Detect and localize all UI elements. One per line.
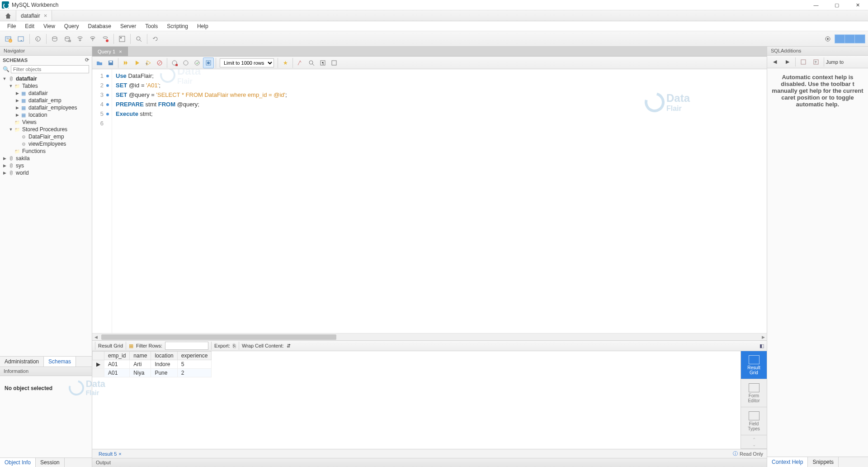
svg-rect-14 (119, 36, 125, 42)
query-tab-1[interactable]: Query 1 × (92, 47, 128, 56)
tables-folder[interactable]: ▼Tables (0, 82, 92, 90)
side-tab-result-grid[interactable]: Result Grid (741, 351, 767, 379)
table-row[interactable]: A01NiyaPune2 (93, 369, 212, 377)
execute-current-button[interactable] (132, 57, 142, 68)
import-button[interactable] (87, 33, 99, 45)
sp-DataFlair_emp[interactable]: DataFlair_emp (0, 133, 92, 140)
tab-object-info[interactable]: Object Info (0, 458, 36, 467)
menu-file[interactable]: File (3, 22, 20, 31)
favorite-button[interactable]: ★ (280, 57, 291, 68)
menu-edit[interactable]: Edit (20, 22, 39, 31)
menu-tools[interactable]: Tools (141, 22, 162, 31)
table-row[interactable]: ▶A01ArtiIndore5 (93, 360, 212, 369)
toggle-autocommit-button[interactable] (203, 57, 214, 68)
side-tab-nav[interactable]: ⌃⌄ (741, 435, 767, 449)
functions-folder[interactable]: Functions (0, 148, 92, 155)
autocommit-button[interactable] (192, 57, 203, 68)
col-emp_id[interactable]: emp_id (104, 352, 130, 360)
result-grid[interactable]: emp_idnamelocationexperience▶A01ArtiIndo… (92, 351, 741, 449)
invisible-chars-button[interactable]: ¶ (317, 57, 328, 68)
sql-editor[interactable]: DataFlair 123456 Use DataFlair;SET @id =… (92, 69, 767, 333)
scroll-right-icon[interactable]: ▶ (760, 335, 767, 339)
row-limit-select[interactable]: Limit to 1000 rows (220, 58, 274, 67)
search-button[interactable] (133, 33, 145, 45)
col-location[interactable]: location (151, 352, 177, 360)
tab-schemas[interactable]: Schemas (44, 357, 76, 367)
menu-server[interactable]: Server (116, 22, 141, 31)
menu-scripting[interactable]: Scripting (162, 22, 193, 31)
home-tab[interactable] (0, 10, 16, 21)
export-icon[interactable]: ⎘ (233, 343, 236, 348)
menu-query[interactable]: Query (60, 22, 84, 31)
maximize-button[interactable]: ▢ (826, 0, 847, 10)
tab-context-help[interactable]: Context Help (767, 457, 808, 467)
minimize-button[interactable]: — (806, 0, 826, 10)
menu-help[interactable]: Help (193, 22, 213, 31)
dashboard-button[interactable] (116, 33, 128, 45)
execute-button[interactable] (120, 57, 131, 68)
table-dataflair_employees[interactable]: ▶dataflair_employees (0, 104, 92, 111)
manual-help-button[interactable]: ? (810, 56, 822, 68)
table-dataflair[interactable]: ▶dataflair (0, 90, 92, 97)
editor-scrollbar[interactable]: ◀ ▶ (92, 333, 767, 340)
close-button[interactable]: ✕ (847, 0, 868, 10)
navigator-header: Navigator (0, 47, 92, 56)
close-tab-icon[interactable]: × (44, 12, 47, 19)
inspector-button[interactable]: i (32, 33, 44, 45)
scroll-thumb[interactable] (101, 334, 336, 340)
table-dataflair_emp[interactable]: ▶dataflair_emp (0, 97, 92, 104)
export-button[interactable] (74, 33, 86, 45)
result-tab-5[interactable]: Result 5× (96, 450, 124, 457)
wrap-button[interactable] (329, 57, 340, 68)
new-sql-tab-button[interactable]: SQL+ (3, 33, 14, 45)
rollback-button[interactable] (180, 57, 191, 68)
menu-database[interactable]: Database (84, 22, 116, 31)
stop-button[interactable] (154, 57, 165, 68)
menu-view[interactable]: View (39, 22, 60, 31)
schema-sakila[interactable]: ▶sakila (0, 155, 92, 162)
filter-rows-input[interactable] (165, 342, 208, 350)
tab-administration[interactable]: Administration (0, 357, 44, 367)
beautify-button[interactable] (295, 57, 306, 68)
sp-viewEmployees[interactable]: viewEmployees (0, 140, 92, 148)
open-file-button[interactable] (94, 57, 105, 68)
explain-button[interactable]: ? (143, 57, 154, 68)
schema-dataflair[interactable]: ▼dataflair (0, 75, 92, 82)
views-folder[interactable]: Views (0, 119, 92, 126)
filter-input[interactable] (11, 65, 89, 73)
scroll-left-icon[interactable]: ◀ (92, 335, 99, 339)
close-result-icon[interactable]: × (118, 451, 121, 457)
side-tab-field-types[interactable]: Field Types (741, 407, 767, 435)
users-button[interactable] (49, 33, 61, 45)
server-button[interactable] (99, 33, 111, 45)
table-location[interactable]: ▶location (0, 111, 92, 119)
status-button[interactable] (61, 33, 73, 45)
col-experience[interactable]: experience (177, 352, 212, 360)
stored-procedures-folder[interactable]: ▼Stored Procedures (0, 126, 92, 133)
tab-snippets[interactable]: Snippets (808, 457, 839, 467)
nav-back-button[interactable]: ◀ (769, 56, 781, 68)
open-sql-file-button[interactable] (15, 33, 27, 45)
auto-help-button[interactable] (797, 56, 809, 68)
tab-session[interactable]: Session (36, 458, 65, 467)
settings-button[interactable] (822, 33, 834, 45)
schema-tree[interactable]: ▼dataflair▼Tables▶dataflair▶dataflair_em… (0, 74, 92, 356)
reconnect-button[interactable] (150, 33, 161, 45)
connection-tab-dataflair[interactable]: dataflair × (16, 10, 52, 21)
panel-collapse-icon[interactable]: ◧ (760, 343, 764, 349)
panel-toggle[interactable] (835, 34, 865, 43)
commit-button[interactable] (169, 57, 180, 68)
col-name[interactable]: name (130, 352, 151, 360)
schema-world[interactable]: ▶world (0, 169, 92, 176)
schema-sys[interactable]: ▶sys (0, 162, 92, 169)
save-button[interactable] (105, 57, 116, 68)
close-query-tab-icon[interactable]: × (119, 49, 122, 54)
side-tab-form-editor[interactable]: Form Editor (741, 379, 767, 407)
svg-point-30 (207, 62, 210, 64)
nav-forward-button[interactable]: ▶ (782, 56, 793, 68)
find-button[interactable] (306, 57, 317, 68)
code-area[interactable]: Use DataFlair;SET @id = 'A01';SET @query… (112, 69, 767, 333)
wrap-toggle-icon[interactable]: ⇵ (287, 343, 291, 349)
grid-view-icon[interactable]: ▦ (129, 343, 133, 349)
refresh-icon[interactable]: ⟳ (85, 57, 89, 63)
